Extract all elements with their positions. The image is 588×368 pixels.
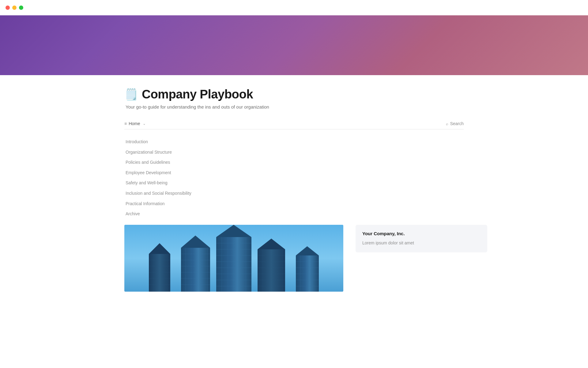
nav-item-practical-information[interactable]: Practical Information	[124, 199, 464, 209]
nav-home-label: Home	[129, 121, 140, 126]
nav-home[interactable]: ≡ Home ⌄	[124, 121, 146, 126]
building-image	[124, 225, 343, 292]
nav-bar: ≡ Home ⌄ ⌕ Search	[124, 118, 464, 129]
title-emoji: 🗒️	[124, 88, 138, 101]
traffic-lights	[6, 6, 23, 10]
svg-rect-25	[216, 237, 251, 292]
svg-rect-53	[296, 255, 319, 292]
close-button[interactable]	[6, 6, 10, 10]
page-title-section: 🗒️ Company Playbook Your go-to guide for…	[124, 75, 464, 109]
list-icon: ≡	[124, 121, 127, 126]
nav-item-organizational-structure[interactable]: Organizational Structure	[124, 147, 464, 158]
svg-rect-1	[149, 254, 170, 292]
search-button[interactable]: ⌕ Search	[446, 121, 464, 126]
chevron-down-icon: ⌄	[143, 121, 146, 126]
search-label: Search	[450, 121, 464, 126]
content-grid: Your Company, Inc. Lorem ipsum dolor sit…	[124, 225, 464, 292]
title-text: Company Playbook	[142, 87, 253, 101]
minimize-button[interactable]	[12, 6, 17, 10]
page-title: 🗒️ Company Playbook	[124, 87, 464, 101]
nav-items-list: Introduction Organizational Structure Po…	[124, 134, 464, 222]
main-content: 🗒️ Company Playbook Your go-to guide for…	[95, 75, 493, 292]
svg-rect-40	[258, 249, 285, 292]
company-name: Your Company, Inc.	[362, 231, 481, 236]
header-banner	[0, 15, 588, 75]
nav-item-employee-development[interactable]: Employee Development	[124, 168, 464, 178]
nav-item-safety-wellbeing[interactable]: Safety and Well-being	[124, 178, 464, 188]
company-description: Lorem ipsum dolor sit amet	[362, 240, 481, 246]
maximize-button[interactable]	[19, 6, 23, 10]
nav-item-introduction[interactable]: Introduction	[124, 137, 464, 147]
search-icon: ⌕	[446, 121, 448, 126]
page-subtitle: Your go-to guide for understanding the i…	[124, 104, 464, 109]
nav-item-inclusion-social[interactable]: Inclusion and Social Responsibility	[124, 188, 464, 199]
company-card: Your Company, Inc. Lorem ipsum dolor sit…	[356, 225, 487, 252]
svg-rect-12	[181, 248, 210, 292]
nav-item-policies-guidelines[interactable]: Policies and Guidelines	[124, 157, 464, 168]
nav-item-archive[interactable]: Archive	[124, 209, 464, 219]
